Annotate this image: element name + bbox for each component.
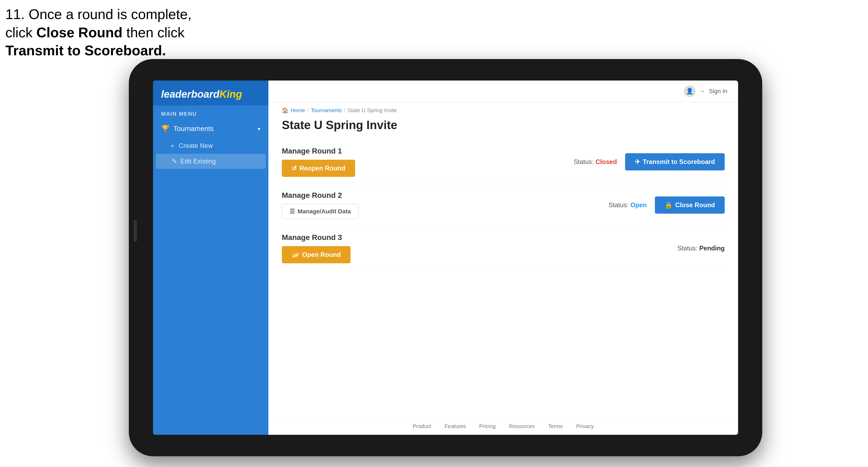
audit-icon: ☰ xyxy=(289,208,295,215)
instruction-line2: click Close Round then click xyxy=(5,25,184,40)
create-new-label: Create New xyxy=(179,142,213,150)
round-row-3: Manage Round 3 📂 Open Round Status: Pend… xyxy=(282,226,725,271)
sign-in-area[interactable]: 👤 → Sign In xyxy=(684,85,727,97)
footer-privacy[interactable]: Privacy xyxy=(576,423,594,429)
round2-title: Manage Round 2 xyxy=(282,191,359,200)
transmit-icon: ✈ xyxy=(635,158,640,165)
breadcrumb-home[interactable]: Home xyxy=(291,107,305,114)
menu-label: MAIN MENU xyxy=(153,105,269,120)
sign-in-label: Sign In xyxy=(709,88,727,95)
trophy-icon: 🏆 xyxy=(161,125,169,133)
footer-resources[interactable]: Resources xyxy=(509,423,535,429)
home-icon: 🏠 xyxy=(282,107,288,114)
instruction-line1: 11. Once a round is complete, xyxy=(5,6,192,22)
round1-left: Manage Round 1 ↺ Reopen Round xyxy=(282,147,355,177)
breadcrumb-sep2: / xyxy=(344,107,346,114)
close-round-button[interactable]: 🔒 Close Round xyxy=(655,196,725,214)
transmit-scoreboard-button[interactable]: ✈ Transmit to Scoreboard xyxy=(625,153,725,170)
sidebar: leaderboardKing MAIN MENU 🏆 Tournaments … xyxy=(153,81,269,435)
round3-right: Status: Pending xyxy=(677,245,725,252)
avatar: 👤 xyxy=(684,85,696,97)
instruction-line3: Transmit to Scoreboard. xyxy=(5,43,166,58)
top-bar: 👤 → Sign In xyxy=(269,81,738,102)
chevron-down-icon: ▾ xyxy=(258,126,260,132)
footer: Product Features Pricing Resources Terms… xyxy=(269,417,738,435)
plus-icon: ＋ xyxy=(169,142,176,150)
logo-area: leaderboardKing xyxy=(153,81,269,105)
reopen-round-button[interactable]: ↺ Reopen Round xyxy=(282,160,355,177)
sidebar-tournaments-label: Tournaments xyxy=(174,125,214,133)
round2-left: Manage Round 2 ☰ Manage/Audit Data xyxy=(282,191,359,219)
round-row-1: Manage Round 1 ↺ Reopen Round Status: Cl… xyxy=(282,140,725,184)
manage-audit-button[interactable]: ☰ Manage/Audit Data xyxy=(282,204,359,219)
round-row-2: Manage Round 2 ☰ Manage/Audit Data Statu… xyxy=(282,184,725,226)
instruction-text: 11. Once a round is complete, click Clos… xyxy=(5,5,192,60)
footer-features[interactable]: Features xyxy=(445,423,466,429)
sidebar-edit-existing[interactable]: ✎ Edit Existing xyxy=(156,154,266,169)
user-icon: 👤 xyxy=(686,88,693,95)
breadcrumb-current: State U Spring Invite xyxy=(348,107,397,114)
footer-pricing[interactable]: Pricing xyxy=(479,423,496,429)
sidebar-create-new[interactable]: ＋ Create New xyxy=(153,138,269,154)
footer-terms[interactable]: Terms xyxy=(548,423,563,429)
page-title: State U Spring Invite xyxy=(269,116,738,140)
logo: leaderboardKing xyxy=(161,89,260,100)
round3-status: Status: Pending xyxy=(677,245,725,252)
round1-status: Status: Closed xyxy=(574,158,617,165)
footer-product[interactable]: Product xyxy=(413,423,431,429)
app-layout: leaderboardKing MAIN MENU 🏆 Tournaments … xyxy=(153,81,738,435)
edit-existing-label: Edit Existing xyxy=(180,158,216,165)
round3-left: Manage Round 3 📂 Open Round xyxy=(282,233,350,263)
round3-title: Manage Round 3 xyxy=(282,233,350,242)
reopen-icon: ↺ xyxy=(291,164,297,172)
breadcrumb-sep1: / xyxy=(307,107,309,114)
main-content: 👤 → Sign In 🏠 Home / Tournaments / State… xyxy=(269,81,738,435)
round1-right: Status: Closed ✈ Transmit to Scoreboard xyxy=(574,153,725,170)
round2-status: Status: Open xyxy=(609,201,647,209)
tablet-screen: leaderboardKing MAIN MENU 🏆 Tournaments … xyxy=(153,81,738,435)
tablet-frame: leaderboardKing MAIN MENU 🏆 Tournaments … xyxy=(129,59,762,456)
breadcrumb-tournaments[interactable]: Tournaments xyxy=(311,107,342,114)
round1-title: Manage Round 1 xyxy=(282,147,355,155)
round2-right: Status: Open 🔒 Close Round xyxy=(609,196,725,214)
sign-in-icon: → xyxy=(700,88,705,95)
rounds-area: Manage Round 1 ↺ Reopen Round Status: Cl… xyxy=(269,140,738,417)
breadcrumb: 🏠 Home / Tournaments / State U Spring In… xyxy=(269,102,738,116)
open-round-button[interactable]: 📂 Open Round xyxy=(282,246,350,263)
open-icon: 📂 xyxy=(291,251,300,258)
lock-icon: 🔒 xyxy=(664,201,673,209)
edit-icon: ✎ xyxy=(172,158,177,165)
sidebar-item-tournaments[interactable]: 🏆 Tournaments ▾ xyxy=(153,120,269,138)
